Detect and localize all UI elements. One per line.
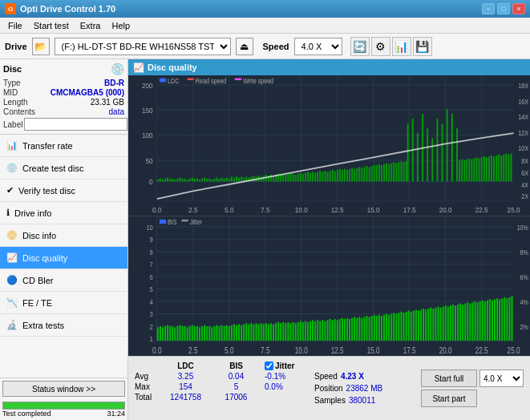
svg-rect-232 [181, 219, 188, 221]
nav-verify-test-disc[interactable]: ✔ Verify test disc [0, 180, 127, 202]
disc-label-input[interactable] [24, 118, 127, 131]
save-icon[interactable]: 💾 [413, 37, 432, 56]
speed-select-2[interactable]: 4.0 X [479, 370, 524, 387]
svg-rect-46 [235, 79, 241, 80]
disc-quality-icon: 📈 [6, 252, 18, 263]
progress-bar-inner [3, 402, 124, 409]
svg-rect-349 [440, 307, 442, 340]
svg-rect-235 [160, 326, 161, 341]
svg-rect-316 [358, 317, 360, 341]
nav-disc-quality[interactable]: 📈 Disc quality [0, 247, 127, 269]
svg-rect-66 [201, 179, 203, 182]
svg-rect-123 [342, 170, 343, 181]
status-window-button[interactable]: Status window >> [2, 381, 125, 397]
menu-file[interactable]: File [3, 19, 27, 32]
svg-rect-370 [492, 300, 493, 340]
svg-rect-342 [423, 309, 424, 341]
settings-icon[interactable]: ⚙ [371, 37, 390, 56]
svg-rect-278 [265, 323, 267, 341]
nav-disc-info[interactable]: 📀 Disc info [0, 224, 127, 247]
top-chart-svg: 200 150 100 50 0 0.0 2.5 5.0 7.5 10.0 12… [128, 75, 530, 216]
svg-rect-276 [261, 323, 262, 341]
svg-rect-63 [194, 179, 196, 182]
svg-text:25.0: 25.0 [508, 345, 520, 354]
nav-transfer-rate[interactable]: 📊 Transfer rate [0, 135, 127, 157]
svg-text:BIS: BIS [168, 218, 177, 226]
svg-text:16X: 16X [518, 99, 528, 107]
svg-rect-252 [201, 326, 203, 341]
svg-rect-152 [386, 164, 387, 182]
svg-rect-271 [248, 324, 249, 341]
svg-rect-283 [277, 321, 279, 340]
maximize-button[interactable]: □ [497, 3, 510, 14]
drive-select[interactable]: (F:) HL-DT-ST BD-RE WH16NS58 TST4 [55, 38, 231, 55]
svg-rect-100 [285, 175, 286, 181]
start-part-button[interactable]: Start part [421, 390, 477, 407]
svg-rect-317 [361, 317, 362, 340]
svg-rect-305 [332, 320, 334, 341]
nav-drive-info[interactable]: ℹ Drive info [0, 202, 127, 224]
svg-rect-72 [216, 178, 217, 182]
nav-extra-tests-label: Extra tests [22, 321, 64, 330]
menu-help[interactable]: Help [107, 19, 135, 32]
svg-rect-108 [305, 173, 306, 182]
svg-rect-376 [506, 298, 508, 341]
nav-create-test-disc[interactable]: 💿 Create test disc [0, 157, 127, 180]
disc-label-label: Label [3, 120, 22, 129]
svg-text:5.0: 5.0 [225, 205, 233, 214]
svg-rect-353 [450, 305, 451, 341]
svg-rect-336 [408, 310, 410, 340]
svg-rect-131 [361, 168, 362, 182]
refresh-icon[interactable]: 🔄 [350, 37, 370, 56]
svg-text:10%: 10% [517, 224, 528, 232]
svg-rect-81 [238, 178, 240, 182]
svg-rect-142 [431, 138, 433, 181]
drive-eject-icon[interactable]: ⏏ [236, 38, 253, 55]
svg-rect-258 [216, 325, 217, 340]
close-button[interactable]: × [512, 3, 525, 14]
svg-rect-351 [445, 305, 447, 341]
svg-rect-61 [189, 179, 191, 182]
svg-text:Read speed: Read speed [196, 77, 227, 85]
menu-start-test[interactable]: Start test [29, 19, 74, 32]
svg-rect-362 [471, 302, 473, 341]
svg-text:14X: 14X [518, 114, 528, 122]
svg-rect-87 [253, 176, 254, 181]
svg-rect-118 [330, 171, 331, 181]
svg-rect-150 [381, 165, 382, 181]
svg-rect-319 [366, 316, 368, 341]
svg-rect-378 [511, 296, 512, 341]
jitter-checkbox[interactable] [265, 361, 273, 370]
total-ldc: 1241758 [164, 393, 208, 402]
nav-cd-bler[interactable]: 🔵 CD Bler [0, 269, 127, 292]
svg-rect-166 [471, 160, 472, 182]
svg-text:0.0: 0.0 [152, 205, 161, 214]
graph-icon[interactable]: 📊 [392, 37, 411, 56]
svg-rect-309 [342, 317, 343, 340]
position-info-val: 23862 MB [346, 384, 383, 393]
svg-rect-165 [468, 158, 470, 181]
menu-extra[interactable]: Extra [75, 19, 106, 32]
svg-rect-139 [417, 133, 419, 181]
progress-bar-outer [2, 402, 125, 410]
svg-rect-106 [300, 173, 301, 182]
nav-extra-tests[interactable]: 🔬 Extra tests [0, 314, 127, 337]
svg-rect-173 [488, 156, 490, 181]
svg-rect-345 [430, 307, 431, 340]
verify-test-disc-icon: ✔ [6, 185, 14, 196]
start-full-button[interactable]: Start full [421, 370, 477, 387]
svg-text:5.0: 5.0 [225, 345, 233, 354]
svg-rect-328 [388, 314, 390, 340]
svg-rect-334 [403, 313, 405, 341]
svg-text:2.5: 2.5 [188, 205, 197, 214]
svg-rect-251 [199, 327, 200, 341]
nav-fe-te[interactable]: 📉 FE / TE [0, 292, 127, 314]
svg-rect-65 [199, 180, 200, 181]
svg-text:1: 1 [150, 335, 153, 343]
svg-text:7.5: 7.5 [261, 345, 269, 354]
svg-rect-44 [188, 79, 194, 80]
speed-select[interactable]: 4.0 X [294, 38, 342, 55]
svg-rect-373 [499, 299, 500, 341]
minimize-button[interactable]: − [482, 3, 495, 14]
drive-browse-icon[interactable]: 📂 [32, 38, 50, 55]
